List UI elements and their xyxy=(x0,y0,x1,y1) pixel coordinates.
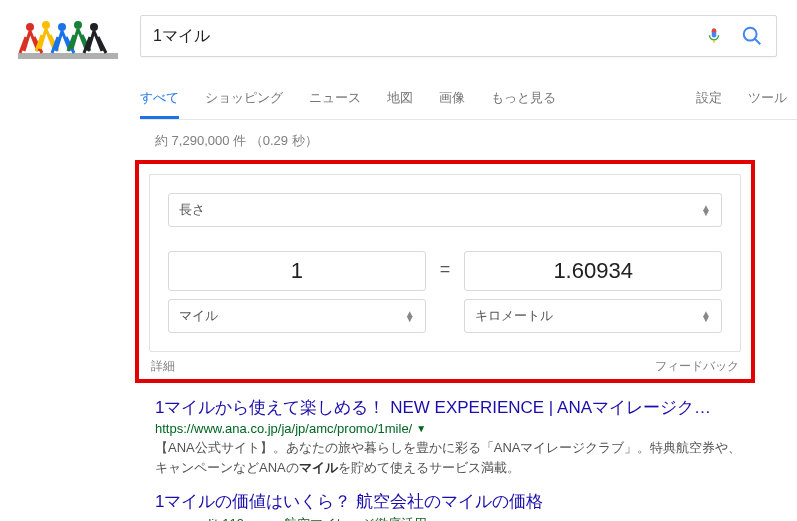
search-result: 1マイルから使えて楽しめる！ NEW EXPERIENCE | ANAマイレージ… xyxy=(155,397,745,477)
to-unit-label: キロメートル xyxy=(475,307,553,325)
from-unit-select[interactable]: マイル ▲▼ xyxy=(168,299,426,333)
equals-sign: = xyxy=(440,251,451,280)
tab-shopping[interactable]: ショッピング xyxy=(205,79,283,119)
chevron-updown-icon: ▲▼ xyxy=(405,311,415,321)
svg-point-1 xyxy=(26,23,34,31)
svg-rect-0 xyxy=(18,53,118,59)
search-tabs: すべて ショッピング ニュース 地図 画像 もっと見る 設定 ツール xyxy=(140,65,797,120)
svg-line-8 xyxy=(755,39,761,45)
search-box[interactable] xyxy=(140,15,777,57)
tab-news[interactable]: ニュース xyxy=(309,79,361,119)
highlight-box: 長さ ▲▼ マイル ▲▼ = キロメートル xyxy=(135,160,755,383)
from-unit-label: マイル xyxy=(179,307,218,325)
voice-search-icon[interactable] xyxy=(702,24,726,48)
from-value-input[interactable] xyxy=(168,251,426,291)
search-input[interactable] xyxy=(153,27,688,45)
unit-converter-card: 長さ ▲▼ マイル ▲▼ = キロメートル xyxy=(149,174,741,352)
result-title-link[interactable]: 1マイルから使えて楽しめる！ NEW EXPERIENCE | ANAマイレージ… xyxy=(155,397,745,419)
chevron-updown-icon: ▲▼ xyxy=(701,205,711,215)
feedback-link[interactable]: フィードバック xyxy=(655,358,739,375)
result-url[interactable]: https://www.ana.co.jp/ja/jp/amc/promo/1m… xyxy=(155,421,412,436)
dropdown-icon[interactable]: ▼ xyxy=(416,423,426,434)
svg-point-5 xyxy=(90,23,98,31)
tab-maps[interactable]: 地図 xyxy=(387,79,413,119)
tab-all[interactable]: すべて xyxy=(140,79,179,119)
google-doodle-logo[interactable] xyxy=(10,15,125,65)
svg-rect-6 xyxy=(713,40,715,43)
to-value-input[interactable] xyxy=(464,251,722,291)
result-stats: 約 7,290,000 件 （0.29 秒） xyxy=(155,132,745,150)
search-icon[interactable] xyxy=(740,24,764,48)
result-snippet: 【ANA公式サイト】。あなたの旅や暮らしを豊かに彩る「ANAマイレージクラブ」。… xyxy=(155,438,745,477)
tab-more[interactable]: もっと見る xyxy=(491,79,556,119)
result-url[interactable]: www.credit-119.com › 航空マイレージ徹底活用 xyxy=(155,515,427,521)
svg-point-2 xyxy=(42,21,50,29)
svg-point-7 xyxy=(744,28,757,41)
svg-point-3 xyxy=(58,23,66,31)
tab-settings[interactable]: 設定 xyxy=(696,79,722,119)
tab-images[interactable]: 画像 xyxy=(439,79,465,119)
svg-point-4 xyxy=(74,21,82,29)
tab-tools[interactable]: ツール xyxy=(748,79,787,119)
details-link[interactable]: 詳細 xyxy=(151,358,175,375)
category-label: 長さ xyxy=(179,201,205,219)
result-title-link[interactable]: 1マイルの価値はいくら？ 航空会社のマイルの価格 xyxy=(155,491,745,513)
category-select[interactable]: 長さ ▲▼ xyxy=(168,193,722,227)
to-unit-select[interactable]: キロメートル ▲▼ xyxy=(464,299,722,333)
chevron-updown-icon: ▲▼ xyxy=(701,311,711,321)
search-result: 1マイルの価値はいくら？ 航空会社のマイルの価格 www.credit-119.… xyxy=(155,491,745,521)
